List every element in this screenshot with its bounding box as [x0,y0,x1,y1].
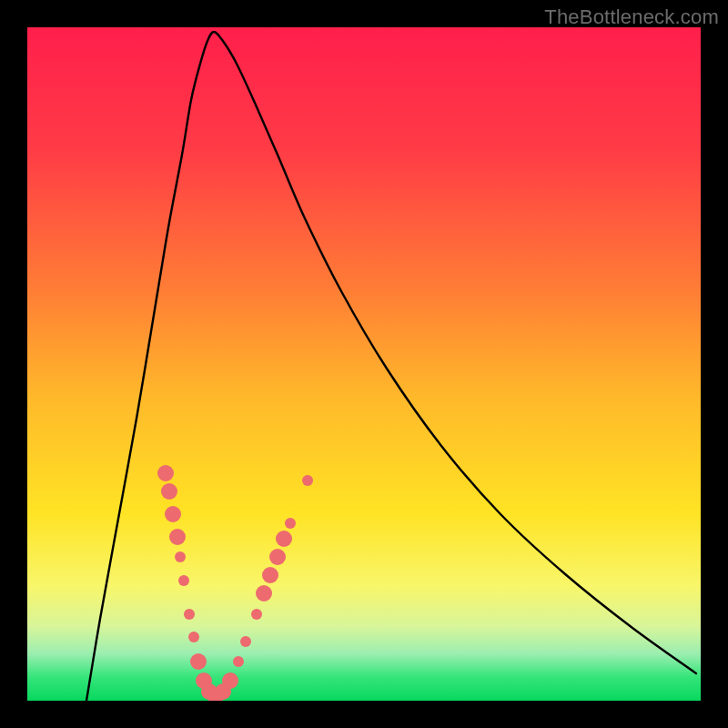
data-marker [175,551,186,562]
data-marker [256,585,272,602]
data-marker [222,672,238,689]
data-marker [302,475,313,486]
data-marker [190,653,207,670]
data-marker [262,567,278,583]
data-marker [276,531,292,547]
data-marker [240,636,251,647]
data-marker [269,549,286,565]
watermark-text: TheBottleneck.com [544,5,719,29]
chart-svg [27,27,701,701]
data-marker [188,632,199,642]
data-marker [161,483,177,500]
data-marker [169,529,186,545]
chart-frame [27,27,701,701]
data-marker [251,609,262,620]
data-markers [157,465,313,701]
data-marker [165,506,181,522]
data-marker [178,575,189,586]
data-marker [285,518,296,529]
data-marker [184,609,195,620]
bottleneck-curve [86,32,696,701]
data-marker [157,465,174,481]
data-marker [233,656,244,667]
